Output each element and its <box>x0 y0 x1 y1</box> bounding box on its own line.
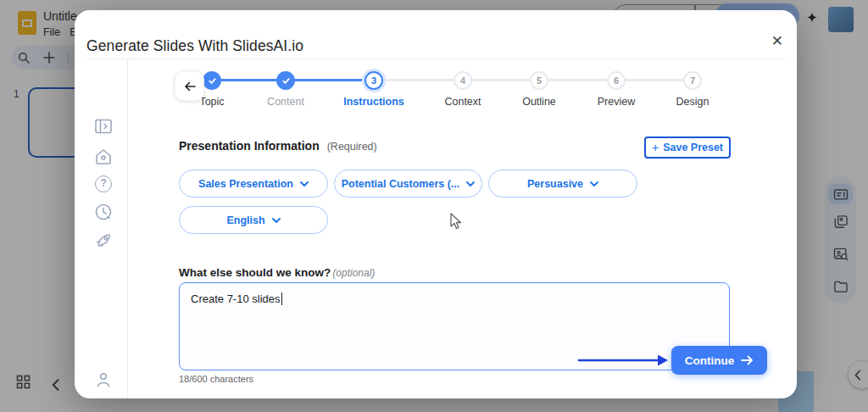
character-counter: 18/600 characters <box>179 374 253 384</box>
chevron-down-icon <box>272 218 281 223</box>
tone-dropdown[interactable]: Persuasive <box>488 170 637 198</box>
chevron-down-icon <box>466 181 475 187</box>
history-icon[interactable] <box>93 202 114 222</box>
arrow-left-icon <box>183 80 197 93</box>
check-icon <box>281 76 291 86</box>
panel-toggle-icon[interactable] <box>93 116 114 136</box>
textarea-value: Create 7-10 slides <box>191 292 281 305</box>
step-label: Context <box>425 96 501 108</box>
home-icon[interactable] <box>93 147 114 167</box>
step-design[interactable]: 7 Design <box>654 71 731 108</box>
chevron-down-icon <box>590 181 598 187</box>
step-label: Outline <box>501 96 577 108</box>
step-content[interactable]: 2 Content <box>248 71 324 108</box>
question-row: What else should we know? (optional) <box>179 266 375 279</box>
section-title: Presentation Information <box>179 139 320 153</box>
step-label: Preview <box>578 96 654 108</box>
step-label: Content <box>248 96 324 108</box>
rocket-icon[interactable] <box>93 230 114 250</box>
annotation-arrow <box>576 351 671 370</box>
mouse-cursor <box>450 213 462 230</box>
step-preview[interactable]: 6 Preview <box>578 71 654 108</box>
dialog-title: Generate Slides With SlidesAI.io <box>86 37 303 55</box>
chevron-down-icon <box>300 181 309 187</box>
audience-dropdown[interactable]: Potential Customers (... <box>334 170 482 198</box>
dialog-sidebar <box>75 59 128 398</box>
step-label: Instructions <box>336 96 412 108</box>
presentation-type-dropdown[interactable]: Sales Presentation <box>179 170 328 198</box>
screen: Untitle FileE 1 Generate Slides With Sli… <box>0 0 868 412</box>
check-icon <box>208 76 217 86</box>
text-caret <box>281 292 282 305</box>
save-preset-button[interactable]: + Save Preset <box>644 136 731 159</box>
help-icon[interactable] <box>93 174 114 194</box>
account-icon[interactable] <box>93 370 114 390</box>
back-button[interactable] <box>175 71 204 101</box>
step-outline[interactable]: 5 Outline <box>501 71 577 108</box>
close-icon[interactable]: ✕ <box>771 34 783 48</box>
slidesai-dialog: Generate Slides With SlidesAI.io ✕ 1 Top… <box>75 10 797 398</box>
continue-button[interactable]: Continue <box>671 346 767 375</box>
header-divider <box>86 58 785 59</box>
step-label: Design <box>654 96 731 108</box>
question-optional-note: (optional) <box>332 267 375 279</box>
language-dropdown[interactable]: English <box>179 206 328 234</box>
step-context[interactable]: 4 Context <box>425 71 501 108</box>
section-header: Presentation Information (Required) <box>179 139 377 153</box>
section-required-note: (Required) <box>327 141 377 153</box>
plus-icon: + <box>652 141 659 154</box>
arrow-right-icon <box>741 355 754 365</box>
step-instructions[interactable]: 3 Instructions <box>336 71 412 108</box>
question-label: What else should we know? <box>179 266 331 279</box>
